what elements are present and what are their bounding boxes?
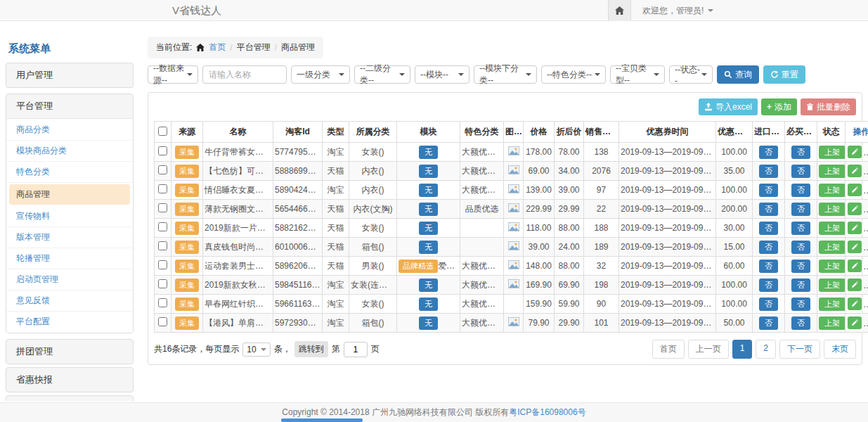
row-checkbox[interactable] [158,298,167,307]
page-size-select[interactable]: 10 [242,343,270,357]
select-all-checkbox[interactable] [158,127,167,136]
import-select-toggle[interactable]: 否 [759,203,778,216]
product-name-cell: 薄款无钢圈文胸聚拢性... [203,200,273,219]
edit-button[interactable] [848,165,862,177]
import-select-toggle[interactable]: 否 [759,146,778,159]
sidebar-subitem-product-category[interactable]: 商品分类 [6,120,133,141]
user-dropdown[interactable]: 欢迎您，管理员! [631,0,725,21]
sidebar-subitem-version-management[interactable]: 版本管理 [6,227,133,248]
filter-select-item-type[interactable]: --宝贝类型-- [610,65,665,84]
top-right-cluster: 欢迎您，管理员! [608,0,725,21]
edit-button[interactable] [848,222,862,234]
edit-button[interactable] [848,279,862,291]
status-button[interactable]: 上架 [819,203,846,216]
page-button-next[interactable]: 下一页 [779,340,820,359]
row-select-cell [155,162,171,181]
edit-button[interactable] [848,203,862,215]
name-search-input[interactable] [202,65,287,84]
status-button[interactable]: 上架 [819,279,846,292]
sidebar-item-user-management[interactable]: 用户管理 [6,63,133,87]
filter-select-module-subcategory[interactable]: --模块下分类-- [474,65,537,84]
sidebar-subitem-feedback[interactable]: 意见反馈 [6,290,133,312]
sidebar-subitem-splash-page-management[interactable]: 启动页管理 [6,269,133,290]
must-buy-toggle[interactable]: 否 [791,298,810,311]
must-buy-toggle[interactable]: 否 [791,260,810,273]
import-select-toggle[interactable]: 否 [759,260,778,273]
import-select-toggle[interactable]: 否 [759,298,778,311]
must-buy-toggle[interactable]: 否 [791,222,810,235]
status-button[interactable]: 上架 [819,222,846,235]
page-button-first[interactable]: 首页 [652,340,685,359]
row-checkbox[interactable] [158,203,167,212]
add-button[interactable]: + 添加 [761,98,797,115]
jump-to-button[interactable]: 跳转到 [294,341,328,357]
import-select-toggle[interactable]: 否 [759,279,778,292]
must-buy-toggle[interactable]: 否 [791,165,810,178]
sidebar-item-group-buy-management[interactable]: 拼团管理 [6,340,133,364]
edit-button[interactable] [848,298,862,310]
edit-button[interactable] [848,316,862,329]
row-checkbox[interactable] [158,165,167,174]
horizontal-scrollbar-thumb[interactable] [281,418,363,422]
status-button[interactable]: 上架 [819,298,846,311]
page-button-page-1[interactable]: 1 [732,340,753,359]
icp-link[interactable]: 粤ICP备16098006号 [509,407,585,417]
discount-price-cell: 88.00 [555,219,584,238]
edit-button[interactable] [848,146,862,158]
must-buy-toggle[interactable]: 否 [791,279,810,292]
filter-select-module[interactable]: --模块-- [415,65,469,84]
breadcrumb-home-link[interactable]: 首页 [209,41,226,53]
row-checkbox[interactable] [158,279,167,288]
sidebar-item-saving-express[interactable]: 省惠快报 [6,368,133,392]
page-button-prev[interactable]: 上一页 [688,340,729,359]
import-select-toggle[interactable]: 否 [759,241,778,254]
batch-delete-button[interactable]: 批量删除 [801,98,856,115]
import-select-toggle[interactable]: 否 [759,222,778,235]
product-name-cell: 真皮钱包时尚优雅女士... [203,238,273,257]
filter-select-status[interactable]: --状态-- [669,65,713,84]
must-buy-toggle[interactable]: 否 [791,241,810,254]
filter-select-level1-category[interactable]: 一级分类 [291,65,350,84]
sidebar-subitem-module-product-category[interactable]: 模块商品分类 [6,141,133,162]
edit-button[interactable] [848,241,862,253]
status-button[interactable]: 上架 [819,184,846,197]
page-button-last[interactable]: 末页 [824,340,856,359]
row-checkbox[interactable] [158,184,167,193]
must-buy-toggle[interactable]: 否 [791,146,810,159]
sidebar-subitem-product-management[interactable]: 商品管理 [9,184,130,205]
sidebar-item-message-management[interactable]: 消息管理 [6,396,133,401]
search-button[interactable]: 查询 [717,65,759,84]
status-button[interactable]: 上架 [819,146,846,159]
sidebar-item-platform-management[interactable]: 平台管理 [6,94,133,118]
status-button[interactable]: 上架 [819,241,846,254]
status-button[interactable]: 上架 [819,316,846,330]
row-checkbox[interactable] [158,241,167,250]
filter-select-level2-category[interactable]: --二级分类-- [354,65,410,84]
sidebar-subitem-carousel-management[interactable]: 轮播管理 [6,248,133,269]
reset-button[interactable]: 重置 [763,65,805,84]
status-button[interactable]: 上架 [819,260,846,273]
import-select-toggle[interactable]: 否 [759,165,778,178]
edit-button[interactable] [848,260,862,272]
status-button[interactable]: 上架 [819,165,846,178]
import-select-toggle[interactable]: 否 [759,184,778,197]
row-checkbox[interactable] [158,260,167,269]
filter-select-feature-category[interactable]: --特色分类-- [541,65,606,84]
import-select-toggle[interactable]: 否 [759,316,778,330]
home-button[interactable] [608,0,631,21]
sidebar-subitem-promo-materials[interactable]: 宣传物料 [6,206,133,227]
row-checkbox[interactable] [158,146,167,155]
edit-button[interactable] [848,184,862,196]
row-checkbox[interactable] [158,317,167,326]
page-button-page-2[interactable]: 2 [756,340,776,359]
must-buy-toggle[interactable]: 否 [791,316,810,330]
filter-select-data-source[interactable]: --数据来源-- [148,65,198,84]
row-select-cell [155,181,171,200]
must-buy-toggle[interactable]: 否 [791,184,810,197]
jump-page-input[interactable] [344,342,368,357]
must-buy-toggle[interactable]: 否 [791,203,810,216]
import-excel-button[interactable]: 导入excel [699,98,758,115]
sidebar-subitem-feature-category[interactable]: 特色分类 [6,162,133,183]
sidebar-subitem-platform-config[interactable]: 平台配置 [6,312,133,332]
row-checkbox[interactable] [158,222,167,231]
